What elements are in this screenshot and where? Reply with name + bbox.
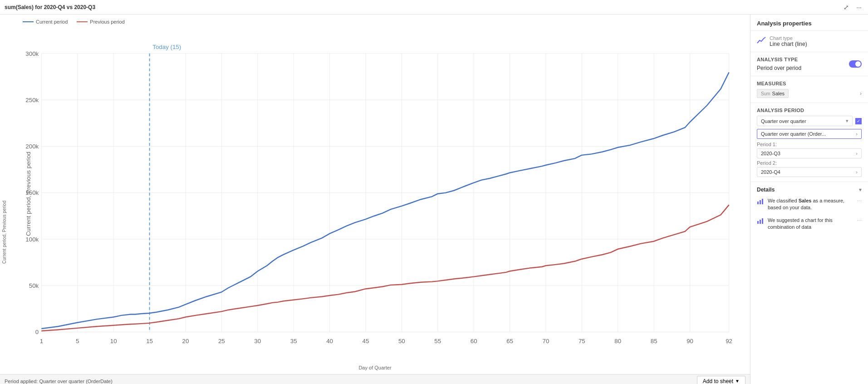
svg-text:60: 60 — [471, 338, 477, 345]
svg-text:100k: 100k — [25, 236, 39, 243]
svg-text:0: 0 — [35, 329, 39, 335]
legend-previous-period: Previous period — [77, 19, 124, 25]
svg-text:15: 15 — [146, 338, 153, 345]
menu-button[interactable]: ··· — [854, 3, 863, 12]
top-bar-actions: ⤢ ··· — [842, 3, 863, 12]
measures-row: Sum Sales › — [757, 89, 862, 98]
svg-text:Today (15): Today (15) — [152, 44, 181, 50]
analysis-toggle[interactable] — [849, 60, 862, 68]
svg-rect-59 — [762, 199, 763, 204]
dropdown-arrow-icon: ▼ — [735, 379, 740, 384]
details-header: Details ▾ — [757, 187, 862, 193]
svg-text:65: 65 — [506, 338, 513, 345]
svg-rect-62 — [762, 218, 763, 224]
sum-label: Sum — [761, 91, 770, 96]
svg-text:50: 50 — [398, 338, 405, 345]
chart-legend: Current period Previous period — [0, 15, 750, 29]
current-period-label: Current period — [36, 19, 68, 25]
analysis-type-title: Analysis type — [757, 57, 801, 62]
period2-label: Period 2: — [757, 160, 862, 166]
panel-title: Analysis properties — [757, 20, 812, 27]
chart-svg: 0 50k 100k 150k 200k 250k 300k 1 5 10 15… — [25, 34, 745, 354]
svg-text:250k: 250k — [25, 97, 39, 103]
svg-text:35: 35 — [290, 338, 297, 345]
svg-text:40: 40 — [326, 338, 333, 345]
chart-section: Current period Previous period Current p… — [0, 15, 750, 384]
chart-title: sum(Sales) for 2020-Q4 vs 2020-Q3 — [5, 4, 95, 10]
chart-type-row: Chart type Line chart (line) — [757, 35, 862, 47]
period2-dropdown[interactable]: 2020-Q4 › — [757, 167, 862, 177]
measure-value: Sales — [772, 91, 785, 96]
dropdown-chevron-icon: ▾ — [846, 118, 848, 124]
measures-chevron-icon: › — [860, 90, 862, 97]
svg-text:80: 80 — [614, 338, 621, 345]
svg-rect-58 — [760, 200, 761, 204]
add-to-sheet-button[interactable]: Add to sheet ▼ — [697, 376, 745, 384]
svg-text:10: 10 — [110, 338, 117, 345]
svg-text:5: 5 — [76, 338, 79, 345]
svg-text:200k: 200k — [25, 143, 39, 150]
chart-type-section: Chart type Line chart (line) — [750, 31, 868, 52]
period1-value: 2020-Q3 — [761, 151, 780, 156]
svg-text:55: 55 — [434, 338, 441, 345]
chart-type-label: Chart type — [770, 35, 807, 41]
period-dropdown-row: Quarter over quarter ▾ ✓ — [757, 116, 862, 126]
svg-text:85: 85 — [651, 338, 657, 345]
legend-current-period: Current period — [23, 19, 68, 25]
detail-item-2: We suggested a chart for this combinatio… — [757, 217, 862, 231]
y-axis-label: Current period, Previous period — [2, 201, 7, 264]
expand-button[interactable]: ⤢ — [842, 3, 851, 12]
period1-label: Period 1: — [757, 142, 862, 147]
sub-dropdown-value: Quarter over quarter (Order... — [761, 131, 826, 137]
svg-text:90: 90 — [687, 338, 693, 345]
detail-icon-2 — [757, 217, 764, 226]
details-section: Details ▾ We classified Sales as a measu… — [750, 182, 868, 384]
detail-menu-1[interactable]: ··· — [857, 197, 862, 204]
period2-chevron-icon: › — [856, 169, 858, 175]
current-period-line-indicator — [23, 21, 34, 22]
details-title: Details — [757, 187, 775, 193]
analysis-type-info: Analysis type Period over period — [757, 57, 801, 71]
detail-text-1: We classified Sales as a measure, based … — [768, 197, 853, 212]
bottom-bar: Period applied: Quarter over quarter (Or… — [0, 374, 750, 384]
svg-text:45: 45 — [363, 338, 369, 345]
right-panel: Analysis properties Chart type Line char… — [750, 15, 868, 384]
details-chevron-icon[interactable]: ▾ — [859, 187, 862, 193]
detail-text-2: We suggested a chart for this combinatio… — [768, 217, 853, 231]
period1-chevron-icon: › — [856, 151, 858, 156]
svg-rect-57 — [757, 202, 759, 204]
svg-text:Current period, Previous perio: Current period, Previous period — [25, 152, 32, 236]
svg-text:300k: 300k — [25, 50, 39, 57]
add-to-sheet-container: Add to sheet ▼ — [697, 376, 745, 384]
svg-rect-61 — [760, 220, 761, 224]
period1-dropdown[interactable]: 2020-Q3 › — [757, 148, 862, 158]
svg-text:70: 70 — [543, 338, 549, 345]
sum-tag[interactable]: Sum Sales — [757, 89, 789, 98]
svg-text:20: 20 — [182, 338, 189, 345]
detail-item-1: We classified Sales as a measure, based … — [757, 197, 862, 212]
previous-period-line-indicator — [77, 21, 88, 22]
line-chart-icon — [757, 37, 766, 46]
period-applied-text: Period applied: Quarter over quarter (Or… — [5, 379, 113, 384]
period2-value: 2020-Q4 — [761, 169, 780, 175]
sub-dropdown-chevron-icon: › — [856, 131, 858, 137]
quarter-over-quarter-dropdown[interactable]: Quarter over quarter ▾ — [757, 116, 853, 126]
sub-period-dropdown[interactable]: Quarter over quarter (Order... › — [757, 129, 862, 139]
detail-menu-2[interactable]: ··· — [857, 217, 862, 223]
chart-area: Current period, Previous period — [0, 29, 750, 372]
svg-text:1: 1 — [40, 338, 43, 345]
svg-text:30: 30 — [254, 338, 261, 345]
period-checkbox[interactable]: ✓ — [855, 118, 862, 124]
svg-text:50k: 50k — [29, 282, 39, 289]
chart-type-value: Line chart (line) — [770, 41, 807, 47]
measures-section: Measures Sum Sales › — [750, 76, 868, 103]
dropdown-value: Quarter over quarter — [761, 118, 806, 124]
analysis-type-section: Analysis type Period over period — [750, 52, 868, 76]
measures-title: Measures — [757, 81, 862, 86]
svg-text:92: 92 — [726, 338, 732, 345]
panel-header: Analysis properties — [750, 15, 868, 31]
analysis-period-section: Analysis period Quarter over quarter ▾ ✓… — [750, 103, 868, 182]
svg-text:25: 25 — [218, 338, 225, 345]
content-area: Current period Previous period Current p… — [0, 15, 868, 384]
svg-text:75: 75 — [579, 338, 585, 345]
